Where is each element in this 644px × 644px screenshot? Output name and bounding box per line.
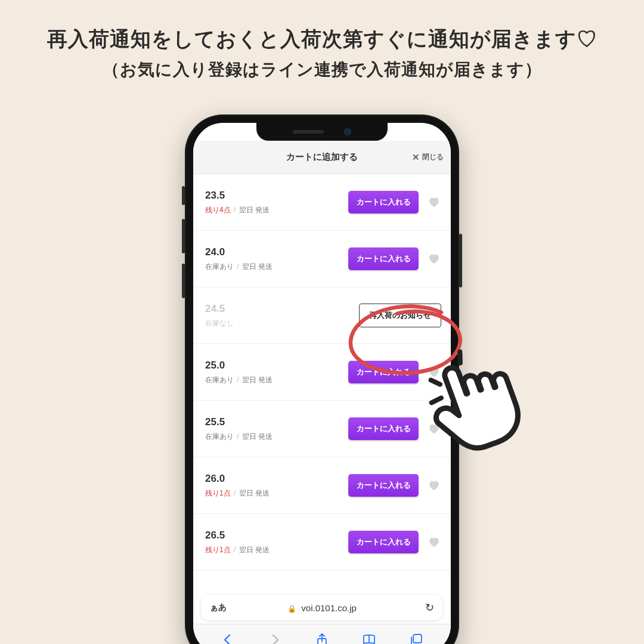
close-icon: ✕ bbox=[412, 152, 420, 163]
favorite-heart-icon[interactable] bbox=[427, 478, 441, 493]
phone-mockup: カートに追加する ✕ 閉じる 23.5残り4点 / 翌日 発送カートに入れる24… bbox=[185, 114, 459, 644]
stock-label: 残り4点 / 翌日 発送 bbox=[205, 205, 348, 215]
stock-label: 在庫なし bbox=[205, 318, 359, 329]
tabs-icon[interactable] bbox=[408, 632, 424, 645]
size-label: 24.0 bbox=[205, 246, 348, 258]
lock-icon: 🔒 bbox=[287, 605, 296, 613]
favorite-heart-icon[interactable] bbox=[427, 252, 441, 266]
phone-power-button bbox=[459, 234, 462, 287]
share-icon[interactable] bbox=[314, 632, 330, 645]
back-icon[interactable] bbox=[220, 632, 236, 645]
size-label: 24.5 bbox=[205, 303, 359, 315]
add-to-cart-button[interactable]: カートに入れる bbox=[348, 531, 419, 553]
bookmarks-icon[interactable] bbox=[361, 632, 377, 645]
stock-label: 在庫あり / 翌日 発送 bbox=[205, 432, 348, 442]
add-to-cart-button[interactable]: カートに入れる bbox=[348, 417, 419, 440]
size-list[interactable]: 23.5残り4点 / 翌日 発送カートに入れる24.0在庫あり / 翌日 発送カ… bbox=[193, 174, 451, 595]
size-label: 25.5 bbox=[205, 416, 348, 428]
size-label: 26.5 bbox=[205, 530, 348, 541]
safari-text-size-button[interactable]: ぁあ bbox=[210, 602, 227, 613]
add-to-cart-button[interactable]: カートに入れる bbox=[348, 191, 419, 213]
list-item: 26.5残り1点 / 翌日 発送カートに入れる bbox=[193, 514, 451, 571]
size-label: 26.0 bbox=[205, 473, 348, 485]
promo-headline-2: （お気に入り登録はライン連携で入荷通知が届きます） bbox=[0, 59, 644, 80]
safari-url-text: voi.0101.co.jp bbox=[301, 603, 357, 613]
stock-label: 残り1点 / 翌日 発送 bbox=[205, 488, 348, 499]
forward-icon bbox=[267, 632, 283, 645]
list-item: 24.5在庫なし再入荷のお知らせ bbox=[193, 287, 451, 344]
svg-rect-1 bbox=[413, 634, 422, 643]
sheet-header: カートに追加する ✕ 閉じる bbox=[193, 141, 451, 174]
close-button[interactable]: ✕ 閉じる bbox=[412, 152, 444, 163]
list-item: 24.0在庫あり / 翌日 発送カートに入れる bbox=[193, 231, 451, 287]
list-item: 23.5残り4点 / 翌日 発送カートに入れる bbox=[193, 174, 451, 231]
promo-headline-1: 再入荷通知をしておくと入荷次第すぐに通知が届きます♡ bbox=[0, 26, 644, 53]
list-item: 25.5在庫あり / 翌日 発送カートに入れる bbox=[193, 401, 451, 457]
stock-label: 在庫あり / 翌日 発送 bbox=[205, 262, 348, 272]
list-item: 26.0残り1点 / 翌日 発送カートに入れる bbox=[193, 457, 451, 514]
favorite-heart-icon[interactable] bbox=[427, 422, 441, 436]
stock-label: 残り1点 / 翌日 発送 bbox=[205, 545, 348, 555]
reload-icon[interactable]: ↻ bbox=[425, 601, 434, 614]
favorite-heart-icon[interactable] bbox=[427, 195, 441, 209]
safari-url-bar[interactable]: ぁあ 🔒 voi.0101.co.jp ↻ bbox=[202, 595, 442, 620]
sheet-title: カートに追加する bbox=[286, 151, 358, 163]
add-to-cart-button[interactable]: カートに入れる bbox=[348, 361, 419, 383]
list-item: 25.0在庫あり / 翌日 発送カートに入れる bbox=[193, 344, 451, 401]
restock-notify-button[interactable]: 再入荷のお知らせ bbox=[359, 304, 441, 327]
size-label: 23.5 bbox=[205, 190, 348, 202]
close-label: 閉じる bbox=[422, 152, 444, 162]
favorite-heart-icon[interactable] bbox=[427, 365, 441, 379]
stock-label: 在庫あり / 翌日 発送 bbox=[205, 375, 348, 385]
add-to-cart-button[interactable]: カートに入れる bbox=[348, 247, 419, 270]
add-to-cart-button[interactable]: カートに入れる bbox=[348, 474, 419, 497]
phone-notch bbox=[256, 123, 388, 141]
size-label: 25.0 bbox=[205, 360, 348, 371]
safari-toolbar bbox=[193, 624, 451, 644]
favorite-heart-icon[interactable] bbox=[427, 535, 441, 549]
